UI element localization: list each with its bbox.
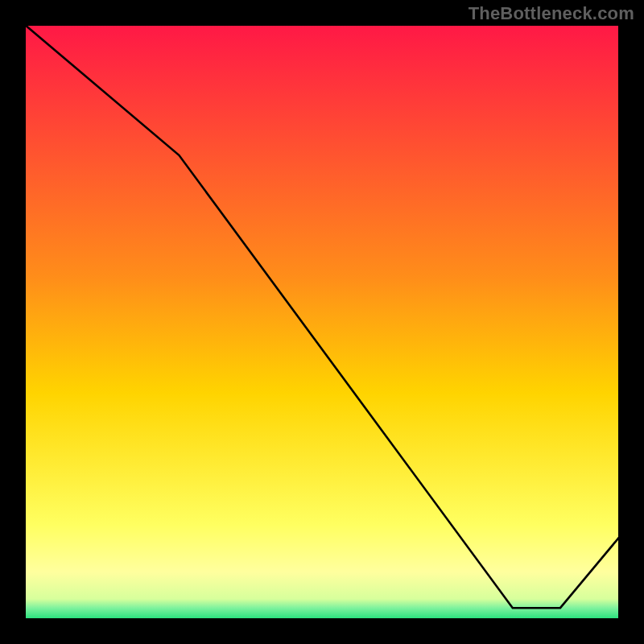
gradient-background [24,24,620,620]
chart-svg [24,24,620,620]
plot-area [24,24,620,620]
chart-stage: TheBottleneck.com [0,0,644,644]
watermark-text: TheBottleneck.com [469,3,634,24]
